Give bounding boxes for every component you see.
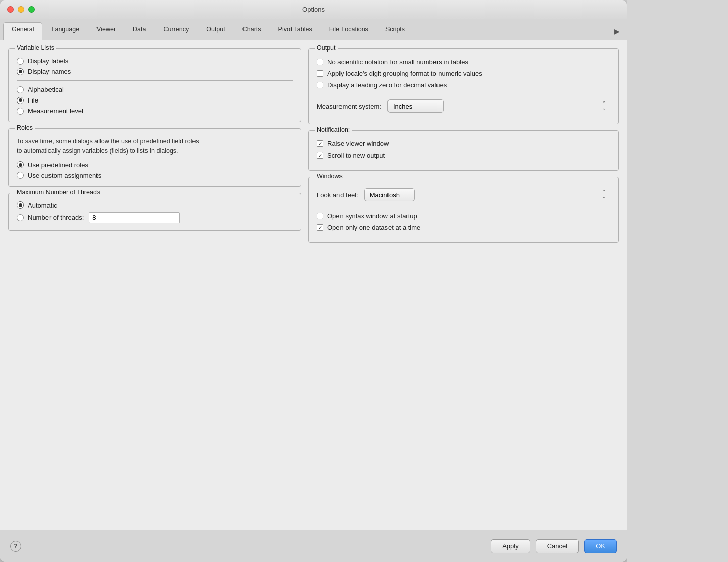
radio-display-labels[interactable]: Display labels — [17, 57, 293, 65]
checkbox-open-one-dataset-box[interactable] — [317, 224, 323, 231]
output-checkboxes: No scientific notation for small numbers… — [317, 58, 610, 89]
tab-currency[interactable]: Currency — [155, 22, 198, 40]
checkbox-scroll-new[interactable]: Scroll to new output — [317, 151, 610, 159]
titlebar: Options — [0, 0, 627, 19]
main-content: Variable Lists Display labels Display na… — [0, 40, 627, 530]
right-panel: Output No scientific notation for small … — [308, 48, 619, 522]
notification-checkboxes: Raise viewer window Scroll to new output — [317, 140, 610, 159]
display-radio-group: Display labels Display names — [17, 57, 293, 75]
tab-charts[interactable]: Charts — [234, 22, 270, 40]
radio-automatic-input[interactable] — [17, 201, 24, 209]
tab-language[interactable]: Language — [42, 22, 88, 40]
bottom-bar: ? Apply Cancel OK — [0, 530, 627, 562]
notification-group: Notification: Raise viewer window Scroll… — [308, 130, 619, 171]
window-title: Options — [302, 6, 325, 13]
output-group: Output No scientific notation for small … — [308, 48, 619, 124]
checkbox-apply-locale-box[interactable] — [317, 70, 323, 77]
radio-use-custom[interactable]: Use custom assignments — [17, 172, 293, 179]
measurement-row: Measurement system: Inches Centimeters P… — [317, 99, 610, 113]
radio-alphabetical[interactable]: Alphabetical — [17, 86, 293, 93]
checkbox-scroll-new-box[interactable] — [317, 152, 323, 159]
checkbox-apply-locale[interactable]: Apply locale's digit grouping format to … — [317, 70, 610, 77]
measurement-select-wrapper: Inches Centimeters Points — [387, 99, 610, 113]
windows-title: Windows — [315, 173, 345, 180]
radio-measurement-level[interactable]: Measurement level — [17, 107, 293, 115]
minimize-button[interactable] — [18, 6, 24, 13]
checkbox-raise-viewer[interactable]: Raise viewer window — [317, 140, 610, 147]
tab-scripts[interactable]: Scripts — [377, 22, 413, 40]
radio-number-threads-input[interactable] — [17, 214, 24, 221]
radio-alphabetical-input[interactable] — [17, 86, 24, 93]
tab-data[interactable]: Data — [124, 22, 155, 40]
look-feel-label: Look and feel: — [317, 191, 358, 199]
tab-viewer[interactable]: Viewer — [88, 22, 124, 40]
maximize-button[interactable] — [28, 6, 35, 13]
cancel-button[interactable]: Cancel — [536, 539, 579, 553]
window-controls — [7, 6, 35, 13]
threads-radio-group: Automatic Number of threads: — [17, 201, 293, 223]
look-feel-select-wrapper: Macintosh Windows Other — [364, 188, 610, 201]
checkbox-open-one-dataset[interactable]: Open only one dataset at a time — [317, 224, 610, 231]
output-title: Output — [315, 44, 338, 52]
output-divider — [317, 94, 610, 94]
roles-title: Roles — [15, 124, 35, 131]
threads-number-input[interactable] — [89, 212, 180, 223]
tab-overflow-arrow[interactable]: ▶ — [610, 22, 624, 40]
radio-file[interactable]: File — [17, 96, 293, 104]
options-window: Options General Language Viewer Data Cur… — [0, 0, 627, 562]
windows-divider — [317, 207, 610, 207]
roles-description: To save time, some dialogs allow the use… — [17, 137, 293, 156]
tab-file-locations[interactable]: File Locations — [321, 22, 377, 40]
look-feel-row: Look and feel: Macintosh Windows Other — [317, 188, 610, 201]
measurement-select[interactable]: Inches Centimeters Points — [387, 99, 444, 113]
checkbox-leading-zero-box[interactable] — [317, 82, 323, 88]
roles-group: Roles To save time, some dialogs allow t… — [8, 128, 301, 187]
help-button[interactable]: ? — [10, 541, 21, 552]
sort-radio-group: Alphabetical File Measurement level — [17, 86, 293, 115]
tab-bar: General Language Viewer Data Currency Ou… — [0, 19, 627, 40]
radio-number-threads[interactable]: Number of threads: — [17, 214, 84, 221]
threads-group: Maximum Number of Threads Automatic Numb… — [8, 193, 301, 231]
radio-display-labels-input[interactable] — [17, 58, 24, 65]
variable-lists-divider — [17, 80, 293, 81]
radio-automatic[interactable]: Automatic — [17, 201, 293, 209]
threads-title: Maximum Number of Threads — [15, 189, 102, 196]
tab-pivot-tables[interactable]: Pivot Tables — [270, 22, 321, 40]
close-button[interactable] — [7, 6, 14, 13]
apply-button[interactable]: Apply — [491, 539, 530, 553]
radio-display-names-input[interactable] — [17, 68, 24, 75]
threads-number-row: Number of threads: — [17, 212, 293, 223]
left-panel: Variable Lists Display labels Display na… — [8, 48, 301, 522]
checkbox-open-syntax[interactable]: Open syntax window at startup — [317, 212, 610, 220]
look-feel-select[interactable]: Macintosh Windows Other — [364, 188, 415, 201]
measurement-label: Measurement system: — [317, 103, 381, 110]
radio-use-predefined-input[interactable] — [17, 161, 24, 168]
radio-file-input[interactable] — [17, 97, 24, 104]
radio-use-custom-input[interactable] — [17, 172, 24, 179]
tab-general[interactable]: General — [3, 22, 42, 40]
checkbox-no-scientific[interactable]: No scientific notation for small numbers… — [317, 58, 610, 66]
radio-use-predefined[interactable]: Use predefined roles — [17, 161, 293, 169]
ok-button[interactable]: OK — [584, 539, 617, 553]
checkbox-raise-viewer-box[interactable] — [317, 140, 323, 147]
windows-checkboxes: Open syntax window at startup Open only … — [317, 212, 610, 231]
tab-output-tab[interactable]: Output — [198, 22, 234, 40]
windows-group: Windows Look and feel: Macintosh Windows… — [308, 177, 619, 243]
checkbox-no-scientific-box[interactable] — [317, 59, 323, 65]
checkbox-leading-zero[interactable]: Display a leading zero for decimal value… — [317, 81, 610, 89]
roles-radio-group: Use predefined roles Use custom assignme… — [17, 161, 293, 179]
variable-lists-title: Variable Lists — [15, 44, 56, 52]
checkbox-open-syntax-box[interactable] — [317, 213, 323, 219]
radio-measurement-level-input[interactable] — [17, 108, 24, 115]
notification-title: Notification: — [315, 126, 352, 133]
variable-lists-group: Variable Lists Display labels Display na… — [8, 48, 301, 122]
radio-display-names[interactable]: Display names — [17, 68, 293, 75]
